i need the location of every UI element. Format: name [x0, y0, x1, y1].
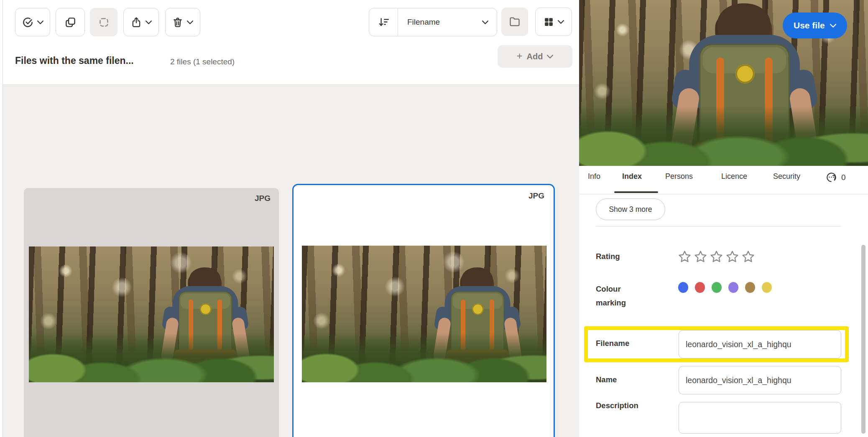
- name-input[interactable]: [679, 366, 841, 394]
- select-files-button[interactable]: [15, 8, 50, 36]
- show-more-button[interactable]: Show 3 more: [596, 198, 665, 220]
- panel-scrollbar[interactable]: [861, 245, 865, 434]
- add-button[interactable]: + Add: [498, 45, 572, 68]
- chevron-down-icon: [146, 20, 152, 24]
- star-icon[interactable]: [694, 250, 707, 263]
- duplicate-button[interactable]: [56, 8, 85, 36]
- chevron-down-icon: [558, 20, 564, 24]
- sort-field-dropdown[interactable]: Filename: [398, 8, 497, 36]
- folder-icon: [509, 16, 521, 27]
- file-thumbnail-image: [29, 246, 274, 382]
- file-count-label: 2 files (1 selected): [170, 57, 235, 66]
- page-title: Files with the same filen...: [15, 55, 134, 66]
- colour-dot[interactable]: [728, 282, 738, 293]
- star-icon[interactable]: [678, 250, 691, 263]
- copy-icon: [65, 17, 76, 28]
- tab-index[interactable]: Index: [622, 172, 642, 181]
- add-button-label: Add: [527, 52, 543, 61]
- detail-tabs: Info Index Persons Licence Security 0: [579, 166, 868, 194]
- sort-direction-button[interactable]: [369, 8, 398, 36]
- view-mode-button[interactable]: [535, 8, 572, 36]
- trash-icon: [172, 17, 183, 28]
- colour-dot[interactable]: [745, 282, 755, 293]
- hiker-figure: [155, 267, 255, 381]
- tab-security[interactable]: Security: [773, 172, 800, 181]
- name-label: Name: [596, 375, 617, 384]
- tab-persons[interactable]: Persons: [665, 172, 693, 181]
- file-format-badge: JPG: [255, 194, 271, 203]
- description-input[interactable]: [679, 402, 841, 434]
- active-tab-underline: [614, 191, 658, 193]
- filename-label: Filename: [596, 339, 629, 348]
- chevron-down-icon: [37, 20, 43, 24]
- colour-dot[interactable]: [695, 282, 705, 293]
- use-file-label: Use file: [794, 20, 825, 30]
- star-icon[interactable]: [726, 250, 739, 263]
- sort-descending-icon: [378, 17, 389, 28]
- description-label: Description: [596, 401, 638, 410]
- dashed-selection-icon: [98, 17, 110, 28]
- colour-dot[interactable]: [678, 282, 688, 293]
- chevron-down-icon: [482, 20, 488, 24]
- folder-view-button: [501, 8, 528, 36]
- share-button[interactable]: [123, 8, 159, 36]
- dam-application-window: Filename Files with the same filen... 2 …: [0, 0, 868, 437]
- filename-input[interactable]: [679, 330, 841, 358]
- tab-info[interactable]: Info: [588, 172, 600, 181]
- sort-control[interactable]: Filename: [369, 8, 497, 36]
- selection-tool-button: [90, 8, 117, 36]
- colour-dot[interactable]: [762, 282, 772, 293]
- file-card-selected[interactable]: JPG 6: [292, 184, 555, 437]
- plus-icon: +: [517, 51, 523, 61]
- hiker-figure: [427, 267, 528, 381]
- use-file-button[interactable]: Use file: [783, 13, 847, 38]
- sort-field-value: Filename: [407, 18, 478, 27]
- chevron-down-icon: [187, 20, 193, 24]
- comment-count: 0: [841, 173, 846, 182]
- rating-label: Rating: [596, 252, 620, 261]
- section-divider: [596, 226, 841, 226]
- tab-licence[interactable]: Licence: [721, 172, 747, 181]
- star-icon[interactable]: [742, 250, 755, 263]
- comment-bubble-icon: [826, 172, 837, 183]
- colour-marking-label: Colour marking: [596, 282, 626, 310]
- comments-button[interactable]: 0: [826, 172, 846, 183]
- chevron-down-icon: [547, 55, 553, 58]
- file-thumbnail-image: [302, 246, 546, 382]
- file-format-badge: JPG: [528, 191, 544, 201]
- toolbar-header-area: Filename Files with the same filen... 2 …: [3, 0, 579, 85]
- star-icon[interactable]: [710, 250, 723, 263]
- colour-dot[interactable]: [712, 282, 722, 293]
- share-icon: [131, 17, 142, 28]
- delete-button[interactable]: [165, 8, 200, 36]
- chevron-down-icon: [830, 24, 836, 28]
- detail-panel: Use file Info Index Persons Licence Secu…: [579, 0, 868, 437]
- grid-view-icon: [544, 17, 554, 27]
- file-grid-area: JPG leonardo_vision_xl_a_highquality_out…: [3, 85, 579, 437]
- file-card-unselected[interactable]: JPG: [24, 188, 279, 437]
- colour-marking-dots: [678, 282, 772, 293]
- rating-stars[interactable]: [678, 250, 755, 263]
- check-circle-icon: [22, 17, 33, 28]
- show-more-label: Show 3 more: [609, 205, 652, 214]
